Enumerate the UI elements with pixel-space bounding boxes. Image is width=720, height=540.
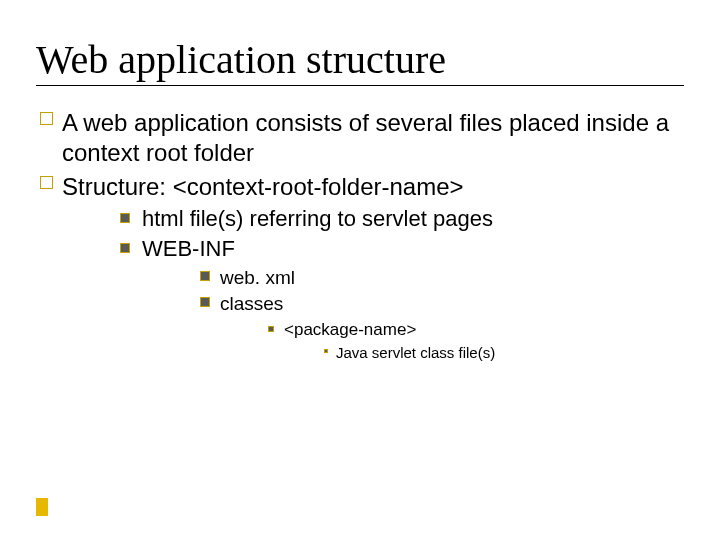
filled-square-icon xyxy=(120,243,130,253)
hollow-square-icon xyxy=(40,176,53,189)
tiny-square-icon xyxy=(268,326,274,332)
list-item-text: html file(s) referring to servlet pages xyxy=(142,206,493,231)
list-item-text: A web application consists of several fi… xyxy=(62,109,669,166)
level4-list: <package-name> Java servlet class file(s… xyxy=(220,319,684,363)
level2-list: html file(s) referring to servlet pages … xyxy=(62,205,684,362)
hollow-square-icon xyxy=(40,112,53,125)
list-item: WEB-INF web. xml classes <package-name> xyxy=(120,235,684,362)
list-item-text: web. xml xyxy=(220,267,295,288)
list-item: html file(s) referring to servlet pages xyxy=(120,205,684,233)
level1-list: A web application consists of several fi… xyxy=(36,108,684,363)
dot-icon xyxy=(324,349,328,353)
list-item-text: Structure: <context-root-folder-name> xyxy=(62,173,464,200)
list-item: A web application consists of several fi… xyxy=(40,108,684,168)
hollow-small-square-icon xyxy=(200,297,210,307)
list-item-text: WEB-INF xyxy=(142,236,235,261)
level5-list: Java servlet class file(s) xyxy=(284,343,684,363)
list-item: web. xml xyxy=(200,266,684,291)
accent-decoration xyxy=(36,498,48,516)
level3-list: web. xml classes <package-name> xyxy=(142,266,684,363)
list-item-text: <package-name> xyxy=(284,320,416,339)
list-item: Java servlet class file(s) xyxy=(324,343,684,363)
list-item: classes <package-name> Java servlet clas… xyxy=(200,292,684,362)
list-item: Structure: <context-root-folder-name> ht… xyxy=(40,172,684,363)
filled-square-icon xyxy=(120,213,130,223)
list-item-text: Java servlet class file(s) xyxy=(336,344,495,361)
list-item: <package-name> Java servlet class file(s… xyxy=(268,319,684,363)
list-item-text: classes xyxy=(220,293,283,314)
slide-title: Web application structure xyxy=(36,36,684,86)
hollow-small-square-icon xyxy=(200,271,210,281)
